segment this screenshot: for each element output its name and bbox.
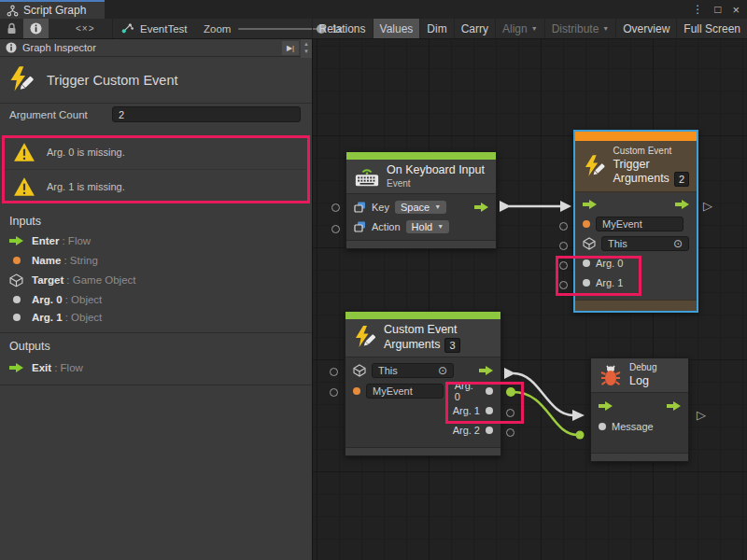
zoom-label: Zoom [204, 23, 231, 35]
carry-button[interactable]: Carry [454, 19, 495, 38]
unity-script-graph-window: Script Graph ⋮ □ × [0, 0, 747, 560]
tab-script-graph[interactable]: Script Graph [0, 0, 105, 19]
event-name-field[interactable]: MyEvent [596, 217, 684, 231]
node-colorbar [346, 152, 496, 160]
flow-out-port[interactable] [474, 203, 488, 212]
flow-out-port[interactable] [675, 200, 689, 209]
literal-icon [354, 202, 366, 213]
port-action-input[interactable] [331, 225, 340, 233]
custom-event-icon [7, 65, 35, 94]
flow-in-port[interactable] [599, 401, 613, 411]
relations-button[interactable]: Relations [312, 19, 373, 38]
full-screen-button[interactable]: Full Screen [676, 19, 747, 38]
code-preview-button[interactable]: <×> [69, 19, 102, 38]
info-icon [30, 22, 42, 35]
align-dropdown[interactable]: Align ▼ [495, 19, 544, 38]
input-row-name: Name : String [9, 252, 303, 269]
port-flow-out-unconnected[interactable]: ▷ [703, 200, 712, 212]
port-event-name-input[interactable] [330, 388, 338, 397]
lock-button[interactable] [0, 19, 23, 38]
maximize-icon[interactable]: □ [714, 3, 721, 16]
arg2-label: Arg. 2 [453, 425, 480, 436]
event-name-field[interactable]: MyEvent [366, 384, 444, 399]
flow-out-port[interactable] [479, 366, 493, 375]
key-dropdown[interactable]: Space ▼ [395, 201, 446, 214]
object-port-icon [486, 427, 493, 434]
flow-out-port[interactable] [667, 401, 681, 411]
lock-icon [7, 22, 17, 35]
node-footer [591, 453, 688, 461]
node-title-line2: Arguments [384, 338, 440, 353]
string-port-icon [13, 257, 21, 264]
section-divider [0, 385, 312, 385]
target-field[interactable]: This ⊙ [372, 363, 454, 378]
pane-scroll-buttons[interactable]: ▲ ▼ [301, 39, 312, 58]
annotation-warnings [2, 135, 310, 203]
node-colorbar [345, 312, 500, 319]
flow-in-port[interactable] [583, 200, 597, 209]
port-target-input[interactable] [330, 368, 338, 376]
gameobject-cube-icon [353, 364, 366, 377]
dock-icon[interactable]: ▶| [282, 41, 299, 55]
object-picker-icon[interactable]: ⊙ [673, 238, 683, 249]
port-arg2-output[interactable] [506, 428, 514, 437]
script-graph-icon [7, 5, 19, 17]
port-event-name-input[interactable] [559, 222, 568, 231]
argument-count-badge[interactable]: 3 [444, 338, 459, 353]
annotation-event-args [445, 382, 524, 424]
inspector-node-title: Trigger Custom Event [47, 73, 177, 88]
dim-button[interactable]: Dim [419, 19, 453, 38]
flow-arrow-icon [9, 236, 23, 245]
graph-name: EventTest [140, 23, 188, 35]
title-bar: Script Graph ⋮ □ × [0, 0, 747, 19]
node-category: Custom Event [613, 146, 689, 158]
window-menu-icon[interactable]: ⋮ [692, 3, 703, 16]
port-flow-out-unconnected[interactable]: ▷ [697, 409, 706, 421]
inputs-heading: Inputs [9, 215, 41, 228]
input-row-target: Target : Game Object [9, 272, 303, 288]
port-target-input[interactable] [559, 242, 568, 250]
inspector-header-title: Graph Inspector [22, 42, 96, 53]
key-label: Key [372, 202, 389, 213]
node-footer [345, 447, 500, 455]
string-port-icon [583, 220, 590, 228]
custom-event-icon [353, 325, 377, 350]
gameobject-cube-icon [9, 273, 23, 287]
input-row-enter: Enter : Flow [9, 232, 303, 249]
overview-button[interactable]: Overview [615, 19, 676, 38]
object-picker-icon[interactable]: ⊙ [438, 365, 447, 376]
object-port-icon [13, 314, 21, 321]
input-row-arg0: Arg. 0 : Object [9, 291, 303, 308]
chevron-down-icon: ▼ [531, 25, 538, 32]
graph-reference[interactable]: EventTest [112, 19, 188, 38]
chevron-down-icon: ▼ [434, 203, 441, 210]
scroll-up-icon: ▲ [303, 41, 309, 49]
argument-count-badge[interactable]: 2 [674, 172, 689, 187]
output-row-exit: Exit : Flow [9, 359, 303, 376]
inspector-toggle-button[interactable] [23, 19, 49, 38]
port-key-input[interactable] [331, 203, 340, 212]
node-subtitle: Event [387, 178, 485, 190]
node-footer [575, 300, 697, 311]
values-button[interactable]: Values [373, 19, 420, 38]
graph-inspector-panel: Graph Inspector ▶| ▲ ▼ Trigger Custom Ev… [0, 39, 313, 560]
argument-count-input[interactable]: 2 [112, 106, 301, 122]
close-icon[interactable]: × [732, 3, 740, 17]
info-icon [6, 42, 17, 53]
tab-label: Script Graph [23, 4, 86, 17]
node-debug-log[interactable]: Debug Log Message [590, 357, 689, 462]
code-icon: <×> [76, 23, 95, 34]
target-field[interactable]: This ⊙ [601, 236, 689, 251]
action-dropdown[interactable]: Hold ▼ [406, 220, 450, 233]
distribute-dropdown[interactable]: Distribute ▼ [544, 19, 616, 38]
node-on-keyboard-input[interactable]: On Keyboard Input Event Key Space ▼ [345, 151, 497, 249]
message-label: Message [612, 421, 654, 432]
node-category: Custom Event [384, 323, 460, 338]
custom-event-icon [583, 154, 606, 179]
node-title-line3: Arguments [613, 172, 669, 187]
literal-icon [354, 221, 366, 232]
bug-icon [599, 363, 623, 387]
annotation-trigger-args [556, 256, 641, 296]
keyboard-icon [354, 165, 380, 188]
node-category: Debug [629, 362, 656, 374]
